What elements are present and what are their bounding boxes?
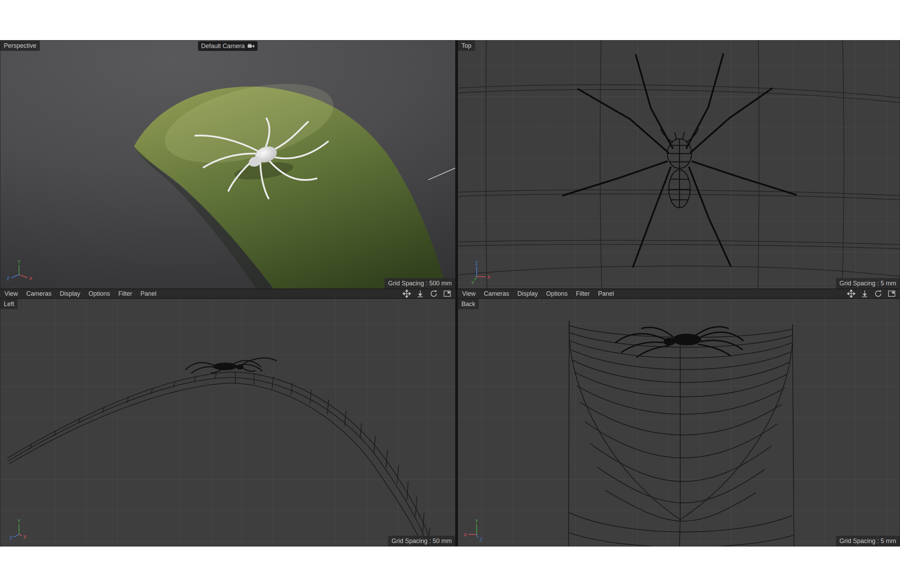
svg-text:Z: Z <box>479 537 483 542</box>
web-thread <box>428 168 455 180</box>
back-wireframe <box>458 299 900 546</box>
svg-text:Y: Y <box>17 518 21 524</box>
camera-icon <box>247 43 254 49</box>
svg-text:Z: Z <box>6 275 10 281</box>
grid-spacing-back: Grid Spacing : 5 mm <box>836 536 900 546</box>
svg-text:Y: Y <box>471 280 475 285</box>
perspective-scene <box>0 40 455 288</box>
viewport-perspective[interactable]: Perspective Default Camera Y X <box>0 40 456 289</box>
viewport-label-perspective: Perspective <box>0 40 40 51</box>
maximize-icon[interactable] <box>888 289 896 298</box>
menu-item-cameras[interactable]: Cameras <box>22 290 56 297</box>
viewport-label-back: Back <box>458 299 479 309</box>
viewport-menubar-left: View Cameras Display Options Filter Pane… <box>0 289 456 299</box>
rotate-icon[interactable] <box>874 289 882 298</box>
spider-silhouette-back <box>615 327 743 357</box>
menu-item-view[interactable]: View <box>458 290 480 297</box>
dolly-icon[interactable] <box>861 289 869 298</box>
maximize-icon[interactable] <box>443 289 452 298</box>
spider-silhouette-left <box>185 358 277 374</box>
menu-items: View Cameras Display Options Filter Pane… <box>458 290 618 297</box>
viewport-back[interactable]: Back Y X Z Grid Spacing : 5 mm <box>458 299 900 546</box>
menu-item-filter[interactable]: Filter <box>114 290 137 297</box>
menu-item-panel[interactable]: Panel <box>594 290 618 297</box>
grid-spacing-perspective: Grid Spacing : 500 mm <box>385 278 455 288</box>
menu-item-options[interactable]: Options <box>84 290 114 297</box>
menu-item-panel[interactable]: Panel <box>137 290 161 297</box>
rotate-icon[interactable] <box>430 289 438 298</box>
dolly-icon[interactable] <box>416 289 424 298</box>
pan-icon[interactable] <box>847 289 855 298</box>
svg-text:Y: Y <box>17 259 21 265</box>
camera-selector-label: Default Camera <box>201 43 245 49</box>
grid-spacing-top: Grid Spacing : 5 mm <box>836 278 900 288</box>
menu-items: View Cameras Display Options Filter Pane… <box>0 290 161 297</box>
left-wireframe <box>0 299 455 546</box>
pan-icon[interactable] <box>403 289 411 298</box>
svg-text:Z: Z <box>475 260 478 266</box>
menu-item-options[interactable]: Options <box>542 290 572 297</box>
viewport-label-top: Top <box>458 40 475 51</box>
svg-text:X: X <box>487 274 490 280</box>
menu-item-view[interactable]: View <box>0 290 22 297</box>
left-column: Perspective Default Camera Y X <box>0 40 456 546</box>
viewport-menubar-right: View Cameras Display Options Filter Pane… <box>458 289 900 299</box>
axis-gizmo-left: Y Z X <box>5 517 34 543</box>
viewport-left[interactable]: Left Y Z X Grid Spacing : 50 mm <box>0 299 456 546</box>
svg-text:Y: Y <box>475 518 478 524</box>
svg-text:X: X <box>29 275 33 281</box>
quad-viewport-app: Perspective Default Camera Y X <box>0 40 900 546</box>
right-column: Top Z X Y Grid Spacing : 5 mm View Camer… <box>458 40 900 546</box>
viewport-label-left: Left <box>0 299 18 309</box>
menu-item-cameras[interactable]: Cameras <box>480 290 514 297</box>
page: Perspective Default Camera Y X <box>0 0 900 588</box>
axis-gizmo-back: Y X Z <box>463 517 492 543</box>
camera-selector[interactable]: Default Camera <box>198 41 258 51</box>
menu-item-display[interactable]: Display <box>514 290 542 297</box>
svg-text:X: X <box>464 532 467 537</box>
svg-text:Z: Z <box>9 535 12 541</box>
svg-text:X: X <box>23 534 26 540</box>
viewport-top[interactable]: Top Z X Y Grid Spacing : 5 mm <box>458 40 900 289</box>
grid-spacing-left: Grid Spacing : 50 mm <box>388 536 455 546</box>
axis-gizmo-top: Z X Y <box>463 259 492 285</box>
top-wireframe <box>458 40 900 288</box>
menu-item-filter[interactable]: Filter <box>572 290 594 297</box>
menu-item-display[interactable]: Display <box>56 290 84 297</box>
axis-gizmo-perspective: Y X Z <box>5 259 34 285</box>
